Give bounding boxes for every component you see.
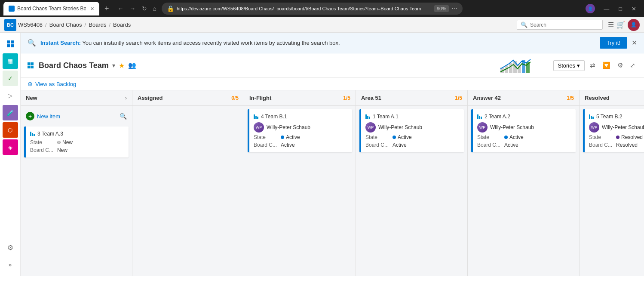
refresh-button[interactable]: ↻ <box>140 3 149 14</box>
card-a2-assignee-name: Willy-Peter Schaub <box>490 124 534 130</box>
user-avatar[interactable]: 👤 <box>628 19 640 31</box>
board-fullscreen-icon[interactable]: ⤢ <box>628 60 637 71</box>
breadcrumb-boards1[interactable]: Boards <box>89 22 106 28</box>
shopping-icon[interactable]: 🛒 <box>616 21 625 29</box>
view-backlog-link[interactable]: ⊕ View as Backlog <box>21 78 644 90</box>
zoom-level: 90% <box>434 5 449 12</box>
tab-close-button[interactable]: ✕ <box>90 6 94 12</box>
card-team-a1-header: 1 Team A.1 <box>365 114 460 120</box>
column-inflight-body: 4 Team B.1 WP Willy-Peter Schaub State A… <box>244 106 356 276</box>
card-a2-board: Board C... Active <box>477 142 571 148</box>
card-a2-assignee: WP Willy-Peter Schaub <box>477 122 571 133</box>
azure-logo[interactable]: BC <box>4 19 16 31</box>
column-search-icon[interactable]: 🔍 <box>120 113 127 120</box>
nav-bar: BC WS56408 / Board Chaos / Boards / Boar… <box>0 17 644 33</box>
sidebar-item-artifacts[interactable]: ⬡ <box>3 122 18 138</box>
card-a2-story-icon <box>477 114 482 119</box>
home-button[interactable]: ⌂ <box>151 3 158 14</box>
card-a1-assignee: WP Willy-Peter Schaub <box>365 122 460 133</box>
stories-dropdown[interactable]: Stories ▾ <box>553 60 585 71</box>
view-backlog-text: View as Backlog <box>35 81 76 87</box>
minimize-button[interactable]: — <box>599 4 613 14</box>
svg-rect-1 <box>11 40 14 43</box>
main-layout: ▦ ✓ ▷ 🧪 ⬡ ◈ ⚙ » 🔍 <box>0 33 644 276</box>
state-dot-active-a1 <box>393 136 396 139</box>
browser-chrome: Board Chaos Team Stories Boa... ✕ + ← → … <box>0 0 644 17</box>
state-dot-new <box>57 141 61 144</box>
sidebar-item-testreports[interactable]: 🧪 <box>3 105 18 120</box>
svg-rect-0 <box>7 40 10 43</box>
card-a1-story-icon <box>365 114 370 119</box>
column-assigned-count: 0/5 <box>231 95 239 101</box>
sidebar-item-overview[interactable] <box>3 36 18 52</box>
card-team-b2-header: 5 Team B.2 <box>589 114 644 120</box>
board-header-right: Stories ▾ ⇄ 🔽 ⚙ ⤢ <box>498 57 637 74</box>
tab-title: Board Chaos Team Stories Boa... <box>17 6 86 12</box>
card-a2-avatar: WP <box>477 122 488 133</box>
breadcrumb-ws[interactable]: WS56408 <box>18 22 43 28</box>
card-team-a1[interactable]: 1 Team A.1 WP Willy-Peter Schaub State A… <box>359 109 464 152</box>
back-button[interactable]: ← <box>116 3 126 14</box>
card-team-a2[interactable]: 2 Team A.2 WP Willy-Peter Schaub State A… <box>471 109 576 152</box>
card-team-b1-header: 4 Team B.1 <box>254 114 348 120</box>
card-a1-state: State Active <box>365 134 460 140</box>
info-icon: 🔍 <box>28 39 36 47</box>
state-dot-resolved <box>616 136 619 139</box>
card-b1-story-icon <box>254 114 258 119</box>
card-b2-state: State Resolved <box>589 134 644 140</box>
breadcrumb-boards2[interactable]: Boards <box>113 22 131 28</box>
column-assigned-body <box>132 106 244 276</box>
sidebar-item-boards[interactable]: ▦ <box>3 53 18 69</box>
search-input[interactable] <box>530 22 599 28</box>
card-team-a3-header: 3 Team A.3 <box>30 131 124 137</box>
column-area51-header: Area 51 1/5 <box>356 90 467 106</box>
maximize-button[interactable]: □ <box>614 4 626 14</box>
add-item-row[interactable]: + New item 🔍 <box>24 109 129 123</box>
sidebar-item-settings[interactable]: ⚙ <box>3 240 18 255</box>
new-tab-button[interactable]: + <box>101 3 113 15</box>
breadcrumb-project[interactable]: Board Chaos <box>49 22 82 28</box>
card-team-a3-id: 3 Team A.3 <box>37 131 63 137</box>
window-controls: 👤 — □ ✕ <box>586 4 641 14</box>
state-dot-active <box>281 136 284 139</box>
board-favorite-star[interactable]: ★ <box>119 62 125 70</box>
column-inflight: In-Flight 1/5 4 Team B.1 <box>244 90 356 276</box>
sidebar-item-workitems[interactable]: ✓ <box>3 71 18 86</box>
board-area: New › + New item 🔍 <box>21 90 644 276</box>
card-a1-assignee-name: Willy-Peter Schaub <box>378 124 422 130</box>
column-new-body: + New item 🔍 3 Team A.3 <box>21 106 132 276</box>
board-title-chevron[interactable]: ▾ <box>112 62 115 69</box>
sidebar-item-pipelines[interactable]: ▷ <box>3 88 18 103</box>
filter-options-icon[interactable]: ⇄ <box>588 60 597 71</box>
card-team-a3[interactable]: 3 Team A.3 State New Board C... New <box>24 126 129 157</box>
card-team-b2-id: 5 Team B.2 <box>596 114 622 120</box>
board-settings-icon[interactable]: ⚙ <box>616 60 625 71</box>
column-answer42-title: Answer 42 <box>473 95 564 101</box>
search-icon: 🔍 <box>521 22 527 28</box>
card-b2-assignee-name: Willy-Peter Schaub <box>602 124 644 130</box>
card-team-b2[interactable]: 5 Team B.2 WP Willy-Peter Schaub State R… <box>583 109 644 152</box>
column-resolved: Resolved 1/5 5 Team B.2 <box>580 90 644 276</box>
column-new-header: New › <box>21 90 132 106</box>
column-new-collapse[interactable]: › <box>125 95 127 101</box>
card-team-b1[interactable]: 4 Team B.1 WP Willy-Peter Schaub State A… <box>248 109 352 152</box>
card-b1-assignee-name: Willy-Peter Schaub <box>267 124 310 130</box>
state-dot-active-a2 <box>504 136 508 139</box>
column-assigned-header: Assigned 0/5 <box>132 90 244 106</box>
sidebar-item-extensions[interactable]: ◈ <box>3 139 18 155</box>
browser-tab[interactable]: Board Chaos Team Stories Boa... ✕ <box>3 2 99 15</box>
column-resolved-body: 5 Team B.2 WP Willy-Peter Schaub State R… <box>580 106 644 276</box>
address-bar[interactable]: 🔒 https://dev.azure.com/WS56408/Board Ch… <box>162 3 463 15</box>
board-team-icon[interactable]: 👥 <box>128 62 136 69</box>
card-b1-assignee: WP Willy-Peter Schaub <box>254 122 348 133</box>
close-banner-button[interactable]: ✕ <box>632 39 637 47</box>
try-it-button[interactable]: Try it! <box>600 37 627 49</box>
nav-search[interactable]: 🔍 <box>517 20 603 30</box>
close-button[interactable]: ✕ <box>627 4 641 14</box>
list-icon[interactable]: ☰ <box>608 21 614 29</box>
sidebar-item-expand[interactable]: » <box>3 257 18 272</box>
board-filter-icon[interactable]: 🔽 <box>601 60 612 71</box>
forward-button[interactable]: → <box>128 3 138 14</box>
column-area51: Area 51 1/5 1 Team A.1 <box>356 90 468 276</box>
column-inflight-header: In-Flight 1/5 <box>244 90 356 106</box>
